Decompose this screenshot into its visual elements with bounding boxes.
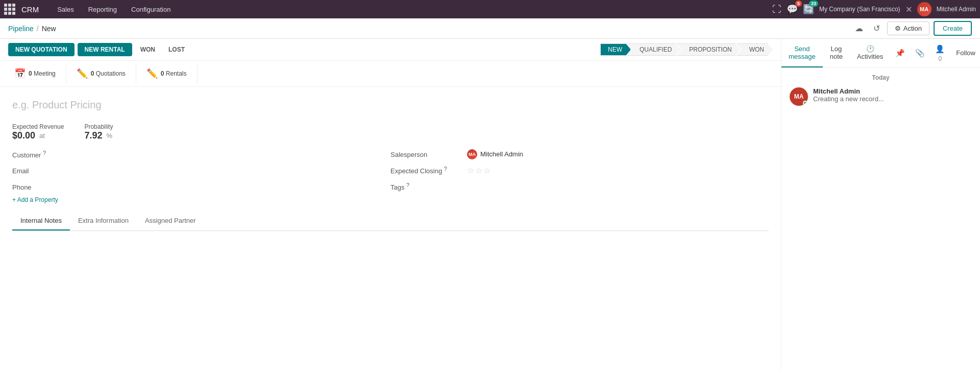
breadcrumb-parent[interactable]: Pipeline [8,25,34,33]
today-label: Today [790,74,972,81]
rentals-button[interactable]: ✏️ 0 Rentals [136,64,198,83]
cloud-save-button[interactable]: ☁ [852,21,866,35]
tab-internal-notes[interactable]: Internal Notes [12,212,70,230]
breadcrumb-separator: / [37,25,39,33]
stage-proposition[interactable]: PROPOSITION [676,43,740,56]
stage-bar: NEW QUOTATION NEW RENTAL WON LOST NEW QU… [0,39,781,61]
updates-icon[interactable]: 🔄33 [803,4,814,15]
star-2[interactable]: ☆ [475,166,482,175]
right-panel-body: Today MA Mitchell Admin Creating a new r… [781,68,980,370]
app-grid-icon[interactable] [4,4,15,15]
log-note-button[interactable]: Log note [823,39,850,67]
lost-button[interactable]: LOST [163,43,190,56]
followers-button[interactable]: 👤 0 [930,39,950,67]
right-fields: Salesperson MA Mitchell Admin Expected C… [390,149,769,192]
percent-sign: % [106,132,112,140]
star-3[interactable]: ☆ [483,166,491,175]
close-icon[interactable]: ✕ [905,5,912,14]
revenue-row: Expected Revenue $0.00 at Probability 7.… [12,123,769,141]
salesperson-value-container: MA Mitchell Admin [467,149,523,159]
nav-reporting[interactable]: Reporting [82,6,123,13]
follow-button[interactable]: Follow [950,44,980,63]
expected-revenue-group: Expected Revenue $0.00 at [12,123,64,141]
nav-right: ⛶ 💬5 🔄33 My Company (San Francisco) ✕ MA… [772,2,976,16]
pin-icon-button[interactable]: 📌 [890,43,910,63]
attachment-icon-button[interactable]: 📎 [910,43,930,63]
tab-content-internal-notes [12,231,769,272]
chatter-avatar: MA [790,87,808,106]
action-button[interactable]: ⚙ Action [887,21,929,35]
at-label: at [39,132,45,140]
panel-right-icons: 📌 📎 👤 0 Follow [890,39,980,67]
stage-new[interactable]: NEW [600,43,631,56]
star-1[interactable]: ☆ [467,166,474,175]
probability-group: Probability 7.92 % [84,123,113,141]
form-content: Expected Revenue $0.00 at Probability 7.… [0,87,781,282]
support-icon[interactable]: ⛶ [772,4,781,15]
send-message-button[interactable]: Send message [781,39,823,67]
form-tabs: Internal Notes Extra Information Assigne… [12,212,769,231]
probability-label: Probability [84,123,113,130]
add-property-link[interactable]: + Add a Property [12,196,769,203]
clock-icon: 🕐 [866,45,874,53]
customer-label: Customer ? [12,150,84,159]
salesperson-avatar: MA [467,149,477,159]
revenue-inline: $0.00 at [12,130,64,141]
chatter-message-text: Creating a new record... [813,95,972,103]
company-name: My Company (San Francisco) [819,6,900,13]
quotation-icon: ✏️ [77,68,88,79]
chat-icon[interactable]: 💬5 [787,4,798,15]
followers-count: 0 [939,55,942,62]
action-label: Action [903,25,922,32]
gear-icon: ⚙ [895,25,901,32]
salesperson-label: Salesperson [390,151,462,158]
activities-label: Activities [857,53,883,60]
phone-label: Phone [12,183,84,191]
probability-inline: 7.92 % [84,130,113,141]
priority-stars[interactable]: ☆ ☆ ☆ [467,166,491,175]
chatter-username: Mitchell Admin [813,87,972,95]
quotations-button[interactable]: ✏️ 0 Quotations [66,64,136,83]
chat-badge: 5 [795,1,802,7]
expected-revenue-label: Expected Revenue [12,123,64,130]
stage-won[interactable]: WON [737,43,773,56]
tags-help: ? [406,182,409,188]
customer-help: ? [43,150,46,156]
app-name[interactable]: CRM [21,5,39,14]
activities-button[interactable]: 🕐 Activities [850,39,890,67]
avatar[interactable]: MA [917,2,932,16]
tags-field-row: Tags ? [390,181,769,192]
tags-label: Tags ? [390,182,462,191]
left-fields: Customer ? Email Phone [12,149,390,192]
top-navbar: CRM Sales Reporting Configuration ⛶ 💬5 🔄… [0,0,980,18]
phone-field-row: Phone [12,182,390,192]
online-status-dot [803,101,807,105]
updates-badge: 33 [809,1,818,7]
toolbar: ☁ ↺ ⚙ Action Create [852,21,972,36]
create-button[interactable]: Create [934,21,972,36]
salesperson-name[interactable]: Mitchell Admin [480,149,523,159]
opportunity-title-input[interactable] [12,97,769,113]
tab-extra-information[interactable]: Extra Information [70,212,137,230]
nav-configuration[interactable]: Configuration [125,6,177,13]
new-quotation-button[interactable]: NEW QUOTATION [8,43,75,56]
expected-closing-help: ? [444,166,447,172]
revenue-value[interactable]: $0.00 [12,130,35,141]
main-layout: NEW QUOTATION NEW RENTAL WON LOST NEW QU… [0,39,980,370]
right-panel: Send message Log note 🕐 Activities 📌 📎 👤… [781,39,980,370]
won-button[interactable]: WON [135,43,160,56]
user-name: Mitchell Admin [937,6,976,13]
rental-icon: ✏️ [146,68,158,79]
probability-value[interactable]: 7.92 [84,130,102,141]
pipeline-stages: NEW QUALIFIED PROPOSITION WON [604,43,773,56]
tab-assigned-partner[interactable]: Assigned Partner [137,212,204,230]
fields-layout: Customer ? Email Phone Salesperson [12,149,769,192]
new-rental-button[interactable]: NEW RENTAL [78,43,132,56]
smart-buttons: 📅 0 Meeting ✏️ 0 Quotations ✏️ 0 Rentals [0,61,781,87]
stage-qualified[interactable]: QUALIFIED [627,43,680,56]
meeting-button[interactable]: 📅 0 Meeting [4,64,66,83]
expected-closing-label: Expected Closing ? [390,166,462,175]
nav-sales[interactable]: Sales [51,6,80,13]
email-label: Email [12,167,84,175]
undo-button[interactable]: ↺ [870,21,883,35]
